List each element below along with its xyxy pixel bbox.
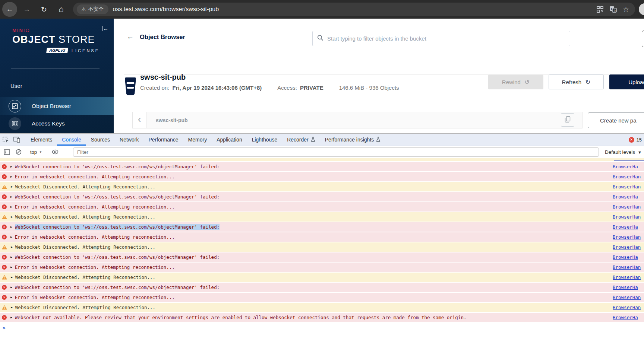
expand-triangle-icon[interactable]: ▶	[10, 235, 12, 239]
console-warning-row: !▶Websocket Disconnected. Attempting Rec…	[0, 242, 644, 252]
console-error-count-badge[interactable]: ✕ 15	[629, 134, 642, 146]
expand-triangle-icon[interactable]: ▶	[11, 276, 13, 279]
breadcrumb-path[interactable]: swsc-sit-pub	[146, 112, 582, 128]
app-region: ← MINIO OBJECT STORE AGPLv3 LICENSE User…	[0, 19, 644, 133]
tab-label: Application	[217, 137, 242, 143]
source-location-link[interactable]: BrowserHan	[613, 244, 644, 250]
expand-triangle-icon[interactable]: ▶	[11, 306, 13, 309]
back-to-buckets-arrow[interactable]: ←	[127, 33, 134, 41]
console-message-text: Websocket Disconnected. Attempting Recon…	[15, 305, 155, 310]
console-message-text: Websocket Disconnected. Attempting Recon…	[15, 274, 155, 280]
error-icon: ✕	[2, 315, 7, 320]
console-prompt-row[interactable]: >	[0, 323, 644, 333]
source-location-link[interactable]: BrowserHan	[613, 234, 644, 240]
collapse-sidebar-icon[interactable]: ←	[102, 25, 108, 32]
javascript-context-dropdown[interactable]: top▼	[27, 149, 45, 155]
rewind-button[interactable]: Rewind↺	[488, 74, 543, 89]
tab-performance[interactable]: Performance	[143, 134, 183, 146]
sidebar-divider	[11, 68, 100, 69]
source-location-link[interactable]: BrowserHan	[613, 214, 644, 220]
tab-console[interactable]: Console	[57, 134, 86, 146]
tab-lighthouse[interactable]: Lighthouse	[247, 134, 282, 146]
refresh-button[interactable]: Refresh↻	[549, 74, 604, 89]
device-toolbar-icon[interactable]	[11, 134, 22, 146]
expand-triangle-icon[interactable]: ▶	[10, 266, 12, 269]
translate-icon[interactable]: G文	[609, 6, 617, 13]
tab-application[interactable]: Application	[212, 134, 247, 146]
expand-triangle-icon[interactable]: ▶	[10, 296, 12, 299]
browser-chrome: ← → ↻ ⌂ ⚠ 不安全 oss.test.swsc.com/browser/…	[0, 0, 644, 19]
brand-minio: MINIO	[12, 28, 114, 33]
copy-path-button[interactable]	[561, 113, 574, 127]
breadcrumb-back-chevron[interactable]: ‹	[133, 112, 146, 128]
forward-button[interactable]: →	[19, 2, 34, 17]
source-location-link[interactable]: BrowserHa	[613, 194, 644, 200]
live-expression-eye-icon[interactable]	[50, 147, 60, 157]
clipped-corner-button[interactable]	[642, 31, 644, 47]
object-filter-search[interactable]	[312, 31, 570, 46]
bucket-name: swsc-sit-pub	[140, 73, 186, 82]
home-button[interactable]: ⌂	[54, 2, 69, 17]
security-label: 不安全	[88, 6, 104, 13]
expand-triangle-icon[interactable]: ▶	[10, 205, 12, 209]
source-location-link[interactable]: BrowserHan	[613, 204, 644, 210]
source-location-link[interactable]: BrowserHa	[613, 224, 644, 230]
console-message-text: Error in websocket connection. Attemptin…	[15, 234, 175, 240]
qr-code-icon[interactable]	[597, 6, 603, 13]
expand-triangle-icon[interactable]: ▶	[10, 195, 12, 198]
source-location-link[interactable]: BrowserHan	[613, 295, 644, 300]
upload-button[interactable]: Upload	[609, 74, 644, 89]
tab-sources[interactable]: Sources	[86, 134, 115, 146]
profile-avatar[interactable]	[639, 3, 644, 15]
inspect-element-icon[interactable]	[0, 134, 11, 146]
expand-triangle-icon[interactable]: ▶	[10, 316, 12, 319]
reload-button[interactable]: ↻	[37, 2, 51, 17]
source-location-link[interactable]: BrowserHa	[613, 315, 644, 320]
search-input[interactable]	[327, 35, 565, 42]
source-location-link[interactable]: BrowserHan	[613, 305, 644, 310]
source-location-link[interactable]: BrowserHan	[613, 274, 644, 280]
source-location-link[interactable]: BrowserHa	[613, 254, 644, 260]
clear-console-icon[interactable]	[13, 147, 24, 157]
error-icon: ✕	[2, 204, 7, 209]
log-levels-dropdown[interactable]: Default levels▼	[605, 146, 643, 158]
expand-triangle-icon[interactable]: ▶	[11, 215, 13, 219]
access-keys-icon	[9, 117, 21, 130]
source-location-link[interactable]: BrowserHan	[613, 264, 644, 270]
breadcrumb-bar: ‹ swsc-sit-pub	[132, 112, 583, 128]
source-location-link[interactable]: BrowserHa	[613, 164, 644, 169]
console-error-row: ✕▶WebSocket connection to 'ws://oss.test…	[0, 222, 644, 232]
create-new-path-button[interactable]: Create new pa	[588, 112, 644, 128]
security-badge[interactable]: ⚠ 不安全	[77, 4, 108, 14]
console-sidebar-toggle-icon[interactable]	[1, 147, 12, 157]
source-location-link[interactable]: BrowserHan	[613, 184, 644, 190]
console-message-text: Error in websocket connection. Attemptin…	[15, 295, 175, 300]
sidebar-item-object-browser[interactable]: Object Browser	[0, 97, 114, 115]
back-button[interactable]: ←	[2, 2, 17, 17]
minio-logo: MINIO OBJECT STORE AGPLv3 LICENSE	[12, 28, 114, 53]
agpl-badge: AGPLv3	[46, 48, 68, 53]
url-text[interactable]: oss.test.swsc.com/browser/swsc-sit-pub	[113, 6, 597, 13]
expand-triangle-icon[interactable]: ▶	[11, 185, 13, 188]
expand-triangle-icon[interactable]: ▶	[10, 175, 12, 178]
tab-network[interactable]: Network	[115, 134, 143, 146]
address-bar[interactable]: ⚠ 不安全 oss.test.swsc.com/browser/swsc-sit…	[73, 3, 635, 16]
console-messages: ✕▶WebSocket connection to 'ws://oss.test…	[0, 158, 644, 333]
expand-triangle-icon[interactable]: ▶	[10, 255, 12, 259]
tab-memory[interactable]: Memory	[183, 134, 212, 146]
tab-performance-insights[interactable]: Performance insights	[320, 134, 386, 146]
console-error-row: ✕▶Error in websocket connection. Attempt…	[0, 263, 644, 272]
source-location-link[interactable]: BrowserHan	[613, 174, 644, 179]
source-location-link[interactable]: BrowserHa	[613, 284, 644, 290]
console-filter-input[interactable]	[73, 147, 599, 157]
expand-triangle-icon[interactable]: ▶	[10, 286, 12, 289]
console-message-text: WebSocket connection to 'ws://oss.test.s…	[15, 164, 220, 169]
expand-triangle-icon[interactable]: ▶	[10, 165, 12, 168]
console-error-row: ✕▶Error in websocket connection. Attempt…	[0, 172, 644, 181]
sidebar-item-access-keys[interactable]: Access Keys	[0, 115, 114, 133]
expand-triangle-icon[interactable]: ▶	[11, 245, 13, 249]
tab-elements[interactable]: Elements	[26, 134, 57, 146]
tab-recorder[interactable]: Recorder	[282, 134, 320, 146]
expand-triangle-icon[interactable]: ▶	[10, 225, 12, 229]
bookmark-star-icon[interactable]: ☆	[623, 6, 629, 13]
